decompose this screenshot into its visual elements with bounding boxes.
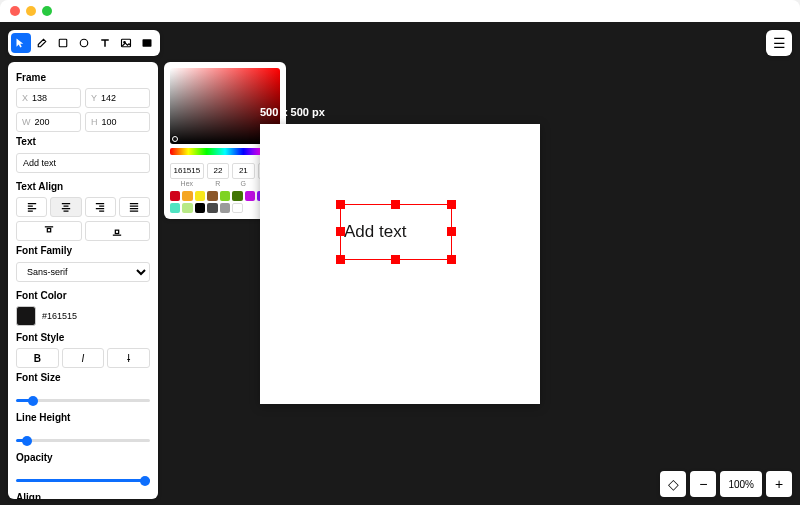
color-swatch[interactable]	[220, 203, 230, 213]
svg-rect-4	[143, 39, 152, 47]
opacity-heading: Opacity	[16, 452, 150, 463]
bold-button[interactable]: B	[16, 348, 59, 368]
align-justify-button[interactable]	[119, 197, 150, 217]
text-heading: Text	[16, 136, 150, 147]
color-r-label: R	[207, 180, 229, 187]
svg-point-1	[80, 39, 88, 47]
zoom-out-button[interactable]: −	[690, 471, 716, 497]
frame-y-input[interactable]: Y	[85, 88, 150, 108]
properties-sidebar: Frame X Y W H Text Text Align Font Famil…	[8, 62, 158, 499]
select-tool[interactable]	[11, 33, 31, 53]
font-color-hex: #161515	[42, 311, 77, 321]
tool-toolbar	[8, 30, 160, 56]
color-swatch[interactable]	[195, 203, 205, 213]
color-swatch[interactable]	[207, 191, 217, 201]
svg-rect-6	[116, 230, 119, 233]
maximize-window-dot[interactable]	[42, 6, 52, 16]
color-swatch[interactable]	[232, 191, 242, 201]
frame-h-input[interactable]: H	[85, 112, 150, 132]
font-style-heading: Font Style	[16, 332, 150, 343]
image-tool[interactable]	[116, 33, 136, 53]
canvas[interactable]: Add text	[260, 124, 540, 404]
frame-w-input[interactable]: W	[16, 112, 81, 132]
svg-rect-0	[59, 39, 67, 47]
align-heading: Align	[16, 492, 150, 499]
color-hex-input[interactable]	[170, 163, 204, 179]
window-titlebar	[0, 0, 800, 22]
color-swatch[interactable]	[170, 203, 180, 213]
color-r-input[interactable]	[207, 163, 229, 179]
align-left-button[interactable]	[16, 197, 47, 217]
color-hex-label: Hex	[170, 180, 204, 187]
line-height-slider[interactable]	[16, 439, 150, 442]
valign-bottom-button[interactable]	[85, 221, 151, 241]
color-g-label: G	[232, 180, 254, 187]
color-swatch[interactable]	[182, 191, 192, 201]
hamburger-menu-button[interactable]: ☰	[766, 30, 792, 56]
rectangle-tool[interactable]	[53, 33, 73, 53]
color-swatch[interactable]	[220, 191, 230, 201]
svg-rect-5	[47, 229, 50, 232]
zoom-level-display: 100%	[720, 471, 762, 497]
color-g-input[interactable]	[232, 163, 254, 179]
zoom-controls: ◇ − 100% +	[660, 471, 792, 497]
frame-heading: Frame	[16, 72, 150, 83]
circle-tool[interactable]	[74, 33, 94, 53]
text-align-heading: Text Align	[16, 181, 150, 192]
zoom-in-button[interactable]: +	[766, 471, 792, 497]
color-gradient-cursor[interactable]	[172, 136, 178, 142]
close-window-dot[interactable]	[10, 6, 20, 16]
font-family-select[interactable]: Sans-serif	[16, 262, 150, 282]
frame-x-input[interactable]: X	[16, 88, 81, 108]
italic-button[interactable]: I	[62, 348, 105, 368]
color-swatch[interactable]	[195, 191, 205, 201]
align-center-button[interactable]	[50, 197, 81, 217]
font-size-slider[interactable]	[16, 399, 150, 402]
line-height-heading: Line Height	[16, 412, 150, 423]
image-filled-tool[interactable]	[137, 33, 157, 53]
font-family-heading: Font Family	[16, 245, 150, 256]
opacity-slider[interactable]	[16, 479, 150, 482]
text-tool[interactable]	[95, 33, 115, 53]
valign-top-button[interactable]	[16, 221, 82, 241]
color-swatch[interactable]	[170, 191, 180, 201]
align-right-button[interactable]	[85, 197, 116, 217]
text-content-input[interactable]	[16, 153, 150, 173]
font-color-heading: Font Color	[16, 290, 150, 301]
app-frame: ☰ Frame X Y W H Text Text Align Font Fam…	[0, 22, 800, 505]
pencil-tool[interactable]	[32, 33, 52, 53]
color-swatch[interactable]	[245, 191, 255, 201]
text-object[interactable]: Add text	[340, 204, 452, 260]
font-size-heading: Font Size	[16, 372, 150, 383]
clear-format-button[interactable]: I	[107, 348, 150, 368]
zoom-fit-button[interactable]: ◇	[660, 471, 686, 497]
color-swatch[interactable]	[207, 203, 217, 213]
minimize-window-dot[interactable]	[26, 6, 36, 16]
font-color-swatch[interactable]	[16, 306, 36, 326]
color-swatch[interactable]	[232, 203, 242, 213]
color-swatch[interactable]	[182, 203, 192, 213]
